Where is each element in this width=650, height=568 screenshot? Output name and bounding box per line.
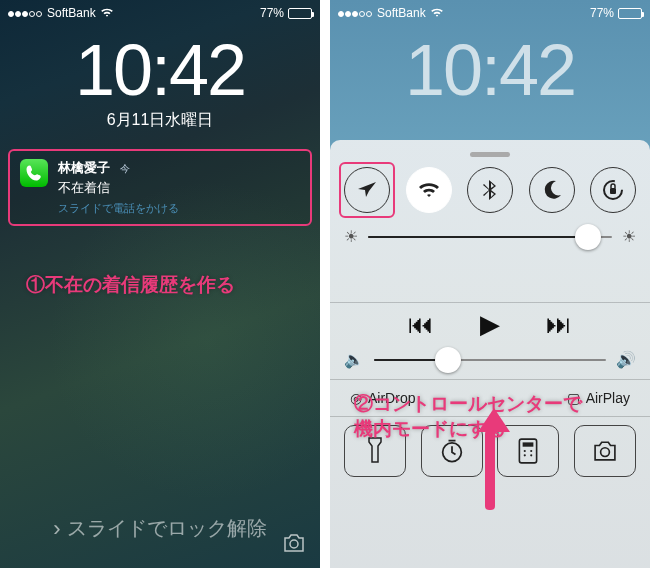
grabber-handle[interactable]: [470, 152, 510, 157]
brightness-high-icon: ☀: [622, 227, 636, 246]
control-center-panel: ☀ ☀ ②コントロールセンターで 機内モードにする ⏮ ▶ ⏭ 🔈 🔊 ◎ Ai…: [330, 140, 650, 568]
do-not-disturb-toggle[interactable]: [529, 167, 575, 213]
svg-rect-5: [523, 442, 534, 446]
brightness-slider[interactable]: ☀ ☀: [344, 227, 636, 246]
battery-indicator: 77%: [260, 6, 312, 20]
lockscreen-clock-faint: 10:42: [330, 34, 650, 106]
bluetooth-toggle[interactable]: [467, 167, 513, 213]
airplane-mode-toggle[interactable]: [344, 167, 390, 213]
media-controls: ⏮ ▶ ⏭: [344, 309, 636, 340]
notification-time: 今: [120, 163, 130, 174]
svg-point-0: [290, 540, 298, 548]
slide-to-unlock[interactable]: › スライドでロック解除: [0, 515, 320, 542]
camera-shortcut[interactable]: [574, 425, 636, 477]
clock-date: 6月11日水曜日: [0, 110, 320, 131]
clock-time: 10:42: [330, 34, 650, 106]
signal-dots-icon: [338, 6, 373, 20]
unlock-label: スライドでロック解除: [67, 515, 267, 542]
notification-slide-hint: スライドで電話をかける: [58, 201, 300, 216]
annotation-step-2: ②コントロールセンターで 機内モードにする: [354, 392, 582, 441]
carrier-label: SoftBank: [377, 6, 426, 20]
battery-pct: 77%: [260, 6, 284, 20]
missed-call-notification[interactable]: 林檎愛子 今 不在着信 スライドで電話をかける: [8, 149, 312, 226]
toggle-row: [344, 167, 636, 213]
phone-icon: [20, 159, 48, 187]
notification-status: 不在着信: [58, 179, 300, 197]
lockscreen-phone: SoftBank 77% 10:42 6月11日水曜日 林檎愛子 今 不在着信 …: [0, 0, 320, 568]
clock-time: 10:42: [0, 34, 320, 106]
wifi-toggle[interactable]: [406, 167, 452, 213]
svg-point-7: [530, 450, 532, 452]
volume-slider[interactable]: 🔈 🔊: [344, 350, 636, 369]
svg-point-8: [524, 454, 526, 456]
wifi-icon: [100, 6, 114, 21]
battery-indicator: 77%: [590, 6, 642, 20]
airplay-label: AirPlay: [586, 390, 630, 406]
lockscreen-clock: 10:42 6月11日水曜日: [0, 34, 320, 131]
svg-point-6: [524, 450, 526, 452]
volume-low-icon: 🔈: [344, 350, 364, 369]
svg-point-9: [530, 454, 532, 456]
status-bar: SoftBank 77%: [330, 0, 650, 22]
brightness-low-icon: ☀: [344, 227, 358, 246]
battery-pct: 77%: [590, 6, 614, 20]
svg-rect-2: [610, 188, 616, 194]
notification-caller: 林檎愛子: [58, 160, 110, 175]
next-track-button[interactable]: ⏭: [546, 309, 572, 340]
control-center-phone: SoftBank 77% 10:42: [330, 0, 650, 568]
volume-high-icon: 🔊: [616, 350, 636, 369]
svg-point-10: [601, 448, 610, 457]
wifi-icon: [430, 6, 444, 21]
signal-dots-icon: [8, 6, 43, 20]
prev-track-button[interactable]: ⏮: [408, 309, 434, 340]
chevron-right-icon: ›: [53, 516, 60, 542]
camera-shortcut-icon[interactable]: [282, 533, 306, 558]
play-button[interactable]: ▶: [480, 309, 500, 340]
carrier-label: SoftBank: [47, 6, 96, 20]
status-bar: SoftBank 77%: [0, 0, 320, 22]
annotation-step-1: ①不在の着信履歴を作る: [26, 272, 235, 298]
rotation-lock-toggle[interactable]: [590, 167, 636, 213]
